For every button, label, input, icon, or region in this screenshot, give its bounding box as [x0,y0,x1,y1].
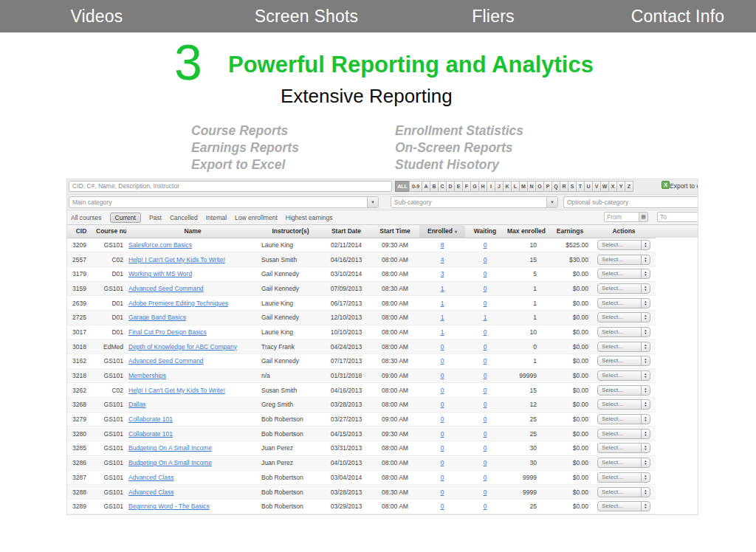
waiting-count-link[interactable]: 0 [484,459,487,466]
row-action-select[interactable]: Select...▴▾ [597,356,650,366]
course-name-link[interactable]: Salesforce.com Basics [128,241,192,249]
row-action-select[interactable]: Select...▴▾ [597,342,650,352]
enrolled-count-link[interactable]: 1 [441,314,444,321]
enrolled-count-link[interactable]: 1 [441,300,444,307]
course-name-link[interactable]: Help! I Can't Get My Kids To Write! [128,387,225,394]
enrolled-count-link[interactable]: 0 [441,489,444,496]
waiting-count-link[interactable]: 0 [484,357,487,365]
main-category-select[interactable]: Main category ▼ [69,196,379,208]
column-header-instructor-s-[interactable]: Instructor(s) [259,225,322,238]
course-name-link[interactable]: Advanced Class [128,489,173,496]
waiting-count-link[interactable]: 0 [484,343,487,351]
row-action-select[interactable]: Select...▴▾ [597,385,650,396]
search-input[interactable]: CID, C#, Name, Description, Instructor [69,181,392,192]
row-action-select[interactable]: Select...▴▾ [597,399,650,410]
waiting-count-link[interactable]: 0 [484,474,487,481]
column-header-actions[interactable]: Actions [592,225,656,238]
waiting-count-link[interactable]: 0 [484,241,487,249]
enrolled-count-link[interactable]: 4 [441,256,444,263]
tab-all-courses[interactable]: All courses [71,213,102,222]
date-to-input[interactable]: To [657,212,698,222]
course-name-link[interactable]: Budgeting On A Small Income [128,444,212,452]
tab-cancelled[interactable]: Cancelled [170,213,198,222]
tab-past[interactable]: Past [149,213,162,222]
row-action-select[interactable]: Select...▴▾ [597,487,650,497]
row-action-select[interactable]: Select...▴▾ [597,443,650,453]
enrolled-count-link[interactable]: 0 [441,474,444,481]
row-action-select[interactable]: Select...▴▾ [597,312,650,322]
nav-item-videos[interactable]: Videos [70,7,123,27]
sub-category-select[interactable]: Sub-category ▼ [391,196,558,208]
waiting-count-link[interactable]: 0 [484,285,487,292]
enrolled-count-link[interactable]: 1 [441,285,444,292]
course-name-link[interactable]: Beginning Word - The Basics [128,503,210,510]
course-name-link[interactable]: Advanced Seed Command [128,285,204,292]
waiting-count-link[interactable]: 0 [484,300,487,307]
column-header-start-date[interactable]: Start Date [322,225,371,238]
course-name-link[interactable]: Adobe Premiere Editing Techniques [128,300,228,307]
tab-highest-earnings[interactable]: Highest earnings [286,213,333,222]
optional-sub-category-input[interactable]: Optional sub-category [563,196,698,208]
course-name-link[interactable]: Help! I Can't Get My Kids To Write! [128,256,225,263]
waiting-count-link[interactable]: 0 [484,387,487,394]
tab-low-enrollment[interactable]: Low enrollment [235,213,278,222]
tab-current[interactable]: Current [110,213,141,223]
row-action-select[interactable]: Select...▴▾ [597,370,650,381]
row-action-select[interactable]: Select...▴▾ [597,255,650,265]
export-to-excel-button[interactable]: Export to ex [670,182,698,190]
row-action-select[interactable]: Select...▴▾ [597,283,650,294]
course-name-link[interactable]: Working with MS Word [128,270,192,277]
column-header-waiting[interactable]: Waiting [465,225,505,238]
waiting-count-link[interactable]: 0 [484,270,487,277]
alpha-filter-all[interactable]: ALL [395,181,410,192]
course-name-link[interactable]: Advanced Seed Command [128,357,204,365]
waiting-count-link[interactable]: 0 [484,503,487,510]
course-name-link[interactable]: Collaborate 101 [128,415,173,423]
row-action-select[interactable]: Select...▴▾ [597,269,650,279]
course-name-link[interactable]: Garage Band Basics [128,314,186,321]
course-name-link[interactable]: Memberships [128,372,166,379]
enrolled-count-link[interactable]: 8 [441,241,444,249]
enrolled-count-link[interactable]: 0 [441,343,444,351]
waiting-count-link[interactable]: 0 [484,489,487,496]
row-action-select[interactable]: Select...▴▾ [597,327,650,337]
row-action-select[interactable]: Select...▴▾ [597,429,650,439]
alpha-filter-z[interactable]: Z [625,181,633,192]
excel-icon[interactable]: X [662,181,670,189]
column-header-name[interactable]: Name [126,225,259,238]
enrolled-count-link[interactable]: 0 [441,357,444,365]
nav-item-contact-info[interactable]: Contact Info [631,7,724,27]
enrolled-count-link[interactable]: 0 [441,415,444,423]
row-action-select[interactable]: Select...▴▾ [597,414,650,424]
calendar-icon[interactable]: ▦ [639,213,647,221]
alpha-filter-0-9[interactable]: 0-9 [409,181,422,192]
nav-item-screen-shots[interactable]: Screen Shots [255,7,358,27]
row-action-select[interactable]: Select...▴▾ [597,298,650,308]
date-from-input[interactable]: From ▦ [604,212,648,222]
course-name-link[interactable]: Final Cut Pro Design Basics [128,328,207,336]
enrolled-count-link[interactable]: 0 [441,459,444,466]
enrolled-count-link[interactable]: 1 [441,328,444,336]
column-header-earnings[interactable]: Earnings [548,225,592,238]
column-header-enrolled[interactable]: Enrolled▾ [419,225,465,238]
column-header-max-enrolled[interactable]: Max enrolled [505,225,548,238]
course-name-link[interactable]: Depth of Knowledge for ABC Company [128,343,237,351]
course-name-link[interactable]: Budgeting On A Small Income [128,459,212,466]
course-name-link[interactable]: Dallas [128,401,146,408]
row-action-select[interactable]: Select...▴▾ [597,458,650,468]
column-header-start-time[interactable]: Start Time [371,225,419,238]
enrolled-count-link[interactable]: 0 [441,444,444,452]
tab-internal[interactable]: Internal [206,213,227,222]
enrolled-count-link[interactable]: 0 [441,387,444,394]
nav-item-fliers[interactable]: Fliers [472,7,514,27]
waiting-count-link[interactable]: 0 [484,256,487,263]
waiting-count-link[interactable]: 0 [484,328,487,336]
row-action-select[interactable]: Select...▴▾ [597,240,650,250]
course-name-link[interactable]: Collaborate 101 [128,430,173,438]
enrolled-count-link[interactable]: 0 [441,401,444,408]
enrolled-count-link[interactable]: 0 [441,372,444,379]
enrolled-count-link[interactable]: 0 [441,503,444,510]
waiting-count-link[interactable]: 0 [484,401,487,408]
waiting-count-link[interactable]: 0 [484,415,487,423]
row-action-select[interactable]: Select...▴▾ [597,472,650,483]
